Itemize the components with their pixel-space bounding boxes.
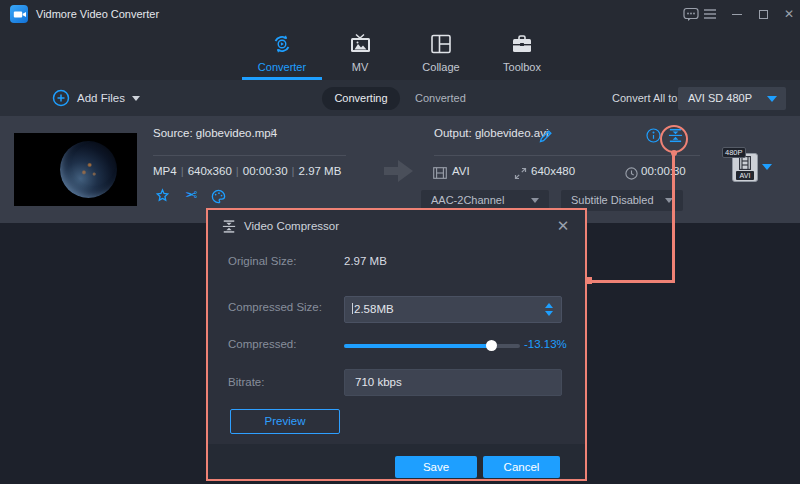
edit-effects-icon[interactable] [153, 187, 171, 205]
tab-converter[interactable]: Converter [242, 32, 322, 80]
compressed-percent: -13.13% [524, 338, 567, 350]
tab-mv-label: MV [352, 61, 369, 73]
original-size-label: Original Size: [228, 255, 296, 267]
app-window: Vidmore Video Converter ✕ Converter [0, 0, 800, 484]
convert-all-dropdown[interactable]: AVI SD 480P [678, 87, 786, 110]
output-quality-badge: 480P [722, 147, 746, 158]
annotation-horizontal-line [589, 280, 675, 283]
source-meta: MP4|640x360|00:00:30|2.97 MB [153, 165, 341, 177]
tab-mv[interactable]: MV [330, 32, 390, 80]
toolbox-icon [490, 32, 554, 58]
format-chevron-icon[interactable] [762, 164, 772, 170]
separator: | [181, 165, 184, 177]
source-format: MP4 [153, 165, 177, 177]
feedback-icon[interactable] [683, 6, 699, 22]
earth-image [60, 141, 117, 198]
app-logo-icon [10, 5, 28, 23]
compress-settings-icon[interactable] [666, 126, 684, 144]
title-bar: Vidmore Video Converter ✕ [0, 0, 800, 28]
convert-all-label: Convert All to: [612, 80, 680, 116]
dialog-title: Video Compressor [244, 210, 339, 242]
compressed-size-value: 2.58MB [354, 303, 394, 315]
original-size-value: 2.97 MB [344, 255, 387, 267]
compressed-size-input[interactable]: 2.58MB [344, 296, 562, 323]
source-divider [153, 155, 346, 156]
output-resolution: 640x480 [531, 165, 575, 177]
source-duration: 00:00:30 [243, 165, 288, 177]
bitrate-value: 710 kbps [355, 370, 402, 395]
tab-converting[interactable]: Converting [322, 87, 400, 110]
dialog-close-icon[interactable]: ✕ [553, 216, 573, 236]
output-format-badge-label: AVI [736, 171, 754, 180]
cut-icon[interactable]: ✂ [182, 186, 200, 204]
minimize-button[interactable] [729, 6, 745, 22]
file-row[interactable]: Source: globevideo.mp4 i MP4|640x360|00:… [0, 116, 800, 223]
stepper-up-icon[interactable] [545, 303, 553, 308]
stepper-down-icon[interactable] [545, 311, 553, 316]
cancel-button[interactable]: Cancel [483, 456, 560, 478]
add-files-chevron-icon[interactable] [132, 96, 140, 101]
bitrate-label: Bitrate: [228, 376, 264, 388]
add-files-button[interactable]: Add Files [77, 80, 125, 116]
maximize-button[interactable] [755, 6, 771, 22]
convert-all-value: AVI SD 480P [688, 87, 752, 110]
video-thumbnail [14, 133, 137, 206]
slider-thumb[interactable] [486, 340, 497, 351]
save-button[interactable]: Save [395, 456, 477, 478]
output-title: Output: globevideo.avi [434, 127, 548, 139]
resolution-resize-icon [511, 164, 529, 182]
add-files-icon[interactable] [52, 89, 70, 109]
output-format: AVI [452, 165, 470, 177]
tab-converted[interactable]: Converted [415, 80, 466, 116]
source-size: 2.97 MB [299, 165, 342, 177]
output-divider [434, 155, 700, 156]
compression-slider[interactable] [344, 344, 520, 348]
separator: | [236, 165, 239, 177]
bitrate-field[interactable]: 710 kbps [344, 369, 562, 396]
compressor-dialog-icon [222, 219, 236, 236]
text-cursor [352, 303, 353, 314]
output-info-icon[interactable] [644, 126, 662, 144]
tab-collage[interactable]: Collage [408, 32, 474, 80]
edit-output-name-icon[interactable] [537, 127, 555, 145]
mv-icon [330, 32, 390, 58]
toolbar: Add Files Converting Converted Convert A… [0, 80, 800, 116]
chevron-down-icon [531, 198, 539, 203]
source-title: Source: globevideo.mp4 [153, 127, 277, 139]
tab-toolbox[interactable]: Toolbox [490, 32, 554, 80]
app-title: Vidmore Video Converter [36, 0, 159, 28]
converter-icon [242, 32, 322, 58]
chevron-down-icon [665, 198, 673, 203]
effect-palette-icon[interactable] [209, 187, 227, 205]
source-resolution: 640x360 [188, 165, 232, 177]
dialog-footer: Save Cancel [208, 444, 585, 479]
menu-icon[interactable] [702, 6, 718, 22]
preview-button[interactable]: Preview [230, 409, 340, 434]
chevron-down-icon [767, 96, 777, 102]
compressed-label: Compressed: [228, 338, 296, 350]
main-nav: Converter MV Col [0, 28, 800, 80]
convert-arrow-icon [384, 158, 413, 186]
output-duration: 00:00:30 [641, 165, 686, 177]
compressed-size-label: Compressed Size: [228, 301, 322, 313]
slider-fill [344, 344, 492, 348]
tab-converter-label: Converter [258, 61, 306, 73]
collage-icon [408, 32, 474, 58]
video-compressor-dialog: Video Compressor ✕ Original Size: 2.97 M… [206, 208, 587, 481]
source-info-icon[interactable]: i [270, 126, 273, 141]
tab-toolbox-label: Toolbox [503, 61, 541, 73]
tab-collage-label: Collage [422, 61, 459, 73]
separator: | [292, 165, 295, 177]
duration-clock-icon [622, 164, 640, 182]
close-button[interactable]: ✕ [781, 6, 797, 22]
format-film-icon [431, 164, 449, 182]
